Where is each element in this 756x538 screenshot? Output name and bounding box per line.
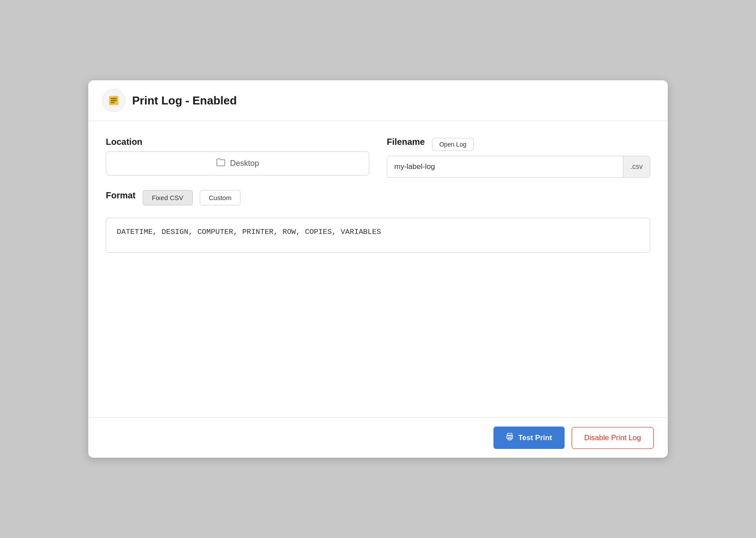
test-print-button[interactable]: Test Print [493,427,564,449]
open-log-button[interactable]: Open Log [432,138,474,151]
location-button[interactable]: Desktop [106,151,369,176]
svg-rect-2 [111,100,117,101]
print-log-icon [102,89,125,112]
main-content: Location Desktop Filename Open Log [88,121,668,417]
format-tab-custom[interactable]: Custom [200,190,241,205]
svg-rect-1 [111,98,117,99]
filename-header: Filename Open Log [387,137,650,151]
svg-rect-3 [111,102,115,103]
main-window: Print Log - Enabled Location Desktop [88,80,668,458]
format-tabs-row: Format Fixed CSV Custom [106,190,650,205]
svg-point-7 [511,437,512,438]
filename-extension: .csv [623,156,650,177]
disable-print-log-button[interactable]: Disable Print Log [572,427,654,449]
location-label: Location [106,137,369,147]
format-content: DATETIME, DESIGN, COMPUTER, PRINTER, ROW… [106,218,650,253]
printer-icon [506,433,514,443]
format-tab-fixed-csv[interactable]: Fixed CSV [143,190,193,205]
filename-section: Filename Open Log .csv [387,137,650,178]
test-print-label: Test Print [518,434,552,442]
folder-icon [216,158,226,169]
location-filename-row: Location Desktop Filename Open Log [106,137,650,178]
page-title: Print Log - Enabled [132,94,237,108]
filename-input[interactable] [387,156,623,177]
location-section: Location Desktop [106,137,369,176]
footer: Test Print Disable Print Log [88,417,668,458]
location-button-text: Desktop [230,159,259,168]
format-section: Format Fixed CSV Custom [106,190,650,205]
format-label: Format [106,190,136,201]
header: Print Log - Enabled [88,80,668,121]
filename-input-row: .csv [387,156,650,178]
filename-label: Filename [387,137,425,147]
